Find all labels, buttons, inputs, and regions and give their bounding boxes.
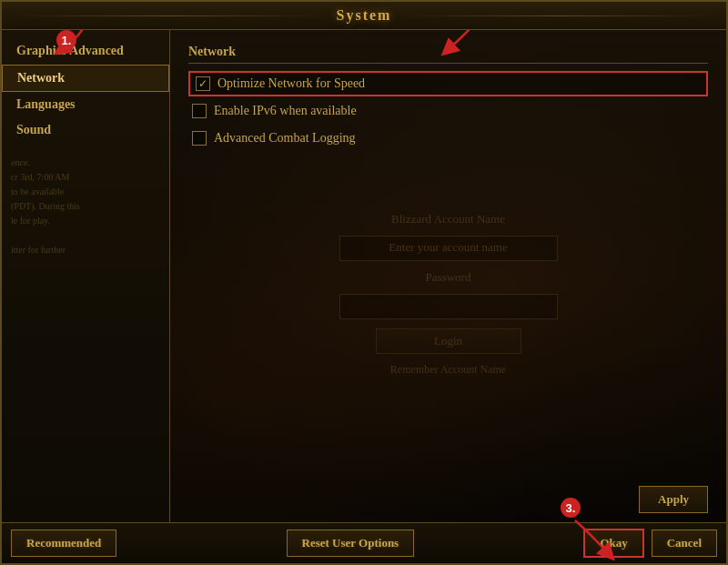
sidebar-item-languages[interactable]: Languages [2, 92, 169, 117]
bg-remember-label: Remember Account Name [390, 363, 506, 377]
sidebar-item-sound[interactable]: Sound [2, 117, 169, 143]
checkbox-combat-logging[interactable] [192, 131, 207, 146]
sidebar-bg-text: ence. cr 3rd, 7:00 AM to be available (P… [2, 152, 169, 261]
title-bar: System [2, 2, 726, 30]
settings-content: Network Optimize Network for Speed Enabl… [188, 45, 708, 151]
sidebar-item-network[interactable]: Network [2, 65, 169, 92]
window-title: System [337, 7, 392, 24]
checkbox-optimize-network[interactable] [196, 76, 210, 91]
option-row-ipv6: Enable IPv6 when available [188, 98, 708, 124]
network-section-label: Network [188, 45, 708, 64]
label-combat-logging: Advanced Combat Logging [214, 131, 356, 146]
main-content: 1. Graphics Advanced Network [2, 30, 726, 522]
label-optimize-network: Optimize Network for Speed [217, 76, 365, 91]
sidebar-item-network-label: Network [17, 71, 65, 85]
cancel-button[interactable]: Cancel [652, 530, 717, 557]
bg-password-input [339, 294, 558, 319]
bg-account-label: Blizzard Account Name [391, 212, 505, 227]
sidebar: 1. Graphics Advanced Network [2, 30, 170, 522]
apply-button[interactable]: Apply [639, 486, 708, 513]
bg-account-input: Enter your account name [339, 236, 558, 261]
bg-login-button: Login [376, 328, 521, 354]
option-row-combat-logging: Advanced Combat Logging [188, 126, 708, 151]
recommended-button[interactable]: Recommended [11, 530, 116, 557]
content-panel: 2. Blizzard Account Name Enter your acco… [170, 30, 726, 522]
sidebar-item-sound-label: Sound [16, 123, 51, 136]
system-settings-window: System 1. Gr [0, 0, 728, 565]
label-ipv6: Enable IPv6 when available [214, 104, 357, 118]
sidebar-item-graphics-advanced[interactable]: Graphics Advanced [2, 37, 169, 65]
okay-button[interactable]: Okay [583, 529, 643, 558]
reset-button[interactable]: Reset User Options [287, 530, 415, 557]
option-row-optimize-network: Optimize Network for Speed [188, 71, 708, 96]
checkbox-ipv6[interactable] [192, 104, 207, 118]
apply-button-area: Apply [639, 486, 708, 513]
bottom-bar: 3. Recommended Reset User Options Okay C… [2, 522, 726, 563]
bg-password-label: Password [426, 270, 471, 285]
sidebar-item-languages-label: Languages [16, 97, 76, 111]
